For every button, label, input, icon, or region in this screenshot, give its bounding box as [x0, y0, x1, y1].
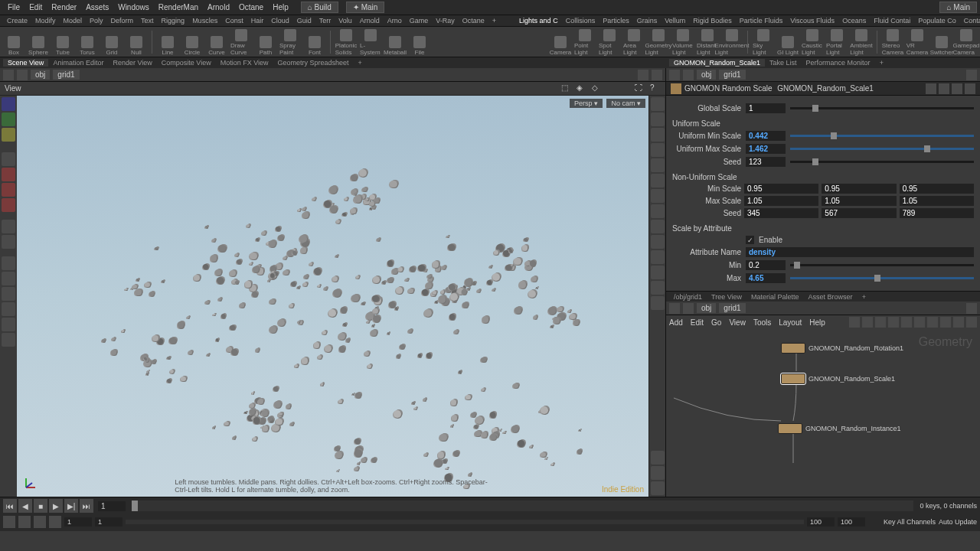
useed-field[interactable]: 123	[746, 157, 786, 167]
arrow-tool[interactable]	[2, 152, 15, 166]
viewport[interactable]: Persp ▾ No cam ▾ Left mouse tumbles. Mid…	[17, 96, 648, 497]
attrname-field[interactable]: density	[746, 247, 974, 257]
frame-icon[interactable]	[18, 516, 31, 528]
obj-icon[interactable]	[651, 250, 665, 264]
shelf-tab[interactable]: Modify	[31, 17, 60, 24]
sec-icon[interactable]	[34, 516, 46, 528]
shelf-sphere[interactable]: Sphere	[28, 28, 49, 56]
shelf-tab[interactable]: Vellum	[661, 17, 689, 24]
shop-tool[interactable]	[2, 333, 15, 347]
vex-tool[interactable]	[2, 272, 15, 285]
menu-renderman[interactable]: RenderMan	[154, 3, 203, 11]
umin-field[interactable]: 0.442	[746, 131, 786, 141]
persp-selector[interactable]: Persp ▾	[570, 99, 603, 108]
tab-take-list[interactable]: Take List	[765, 59, 802, 67]
guide-icon[interactable]	[651, 266, 665, 279]
shelf-camera[interactable]: Camera	[550, 28, 571, 56]
shelf-tab[interactable]: Populate Co	[914, 17, 960, 24]
global-end-field[interactable]: 100	[838, 517, 865, 527]
nseed-x-field[interactable]: 345	[744, 208, 818, 218]
amin-slider[interactable]	[790, 264, 974, 266]
menu-arnold[interactable]: Arnold	[203, 3, 234, 11]
ng-tab-add[interactable]: +	[858, 293, 871, 301]
shelf-platonic[interactable]: Platonic Solids	[335, 28, 357, 56]
shelf-tab[interactable]: Poly	[86, 17, 107, 24]
pin-icon[interactable]	[966, 70, 977, 80]
lock-icon[interactable]	[651, 112, 665, 126]
tab-anim-editor[interactable]: Animation Editor	[48, 59, 108, 67]
shelf-tab[interactable]: Deform	[107, 17, 138, 24]
nseed-y-field[interactable]: 567	[822, 208, 896, 218]
amin-field[interactable]: 0.2	[746, 260, 786, 270]
gamma-icon[interactable]	[651, 451, 665, 465]
ng-menu-edit[interactable]: Edit	[691, 318, 704, 327]
menu-windows[interactable]: Windows	[113, 3, 154, 11]
global-scale-field[interactable]: 1	[746, 103, 786, 113]
shelf-pointlight[interactable]: Point Light	[574, 28, 596, 56]
auto-update-toggle[interactable]: Auto Update	[939, 518, 977, 526]
lasso-tool[interactable]	[2, 220, 15, 233]
shelf-tab[interactable]: V-Ray	[432, 17, 459, 24]
info-icon[interactable]	[952, 83, 962, 94]
tab-geo-spreadsheet[interactable]: Geometry Spreadsheet	[273, 59, 354, 67]
range-start-field[interactable]: 1	[64, 517, 92, 527]
ng-col1-icon[interactable]	[888, 317, 899, 328]
shelf-tab[interactable]: Rigid Bodies	[689, 17, 736, 24]
tab-composite[interactable]: Composite View	[157, 59, 216, 67]
shelf-tab[interactable]: Rigging	[158, 17, 189, 24]
shelf-tab[interactable]: Volu	[335, 17, 356, 24]
shelf-curve[interactable]: Curve	[206, 28, 227, 56]
shelf-box[interactable]: Box	[3, 28, 24, 56]
nseed-z-field[interactable]: 789	[900, 208, 974, 218]
shelf-vollight[interactable]: Volume Light	[672, 28, 694, 56]
shelf-stereocam[interactable]: Stereo Camera	[882, 28, 903, 56]
global-start-field[interactable]: 1	[95, 517, 122, 527]
shelf-tab[interactable]: Fluid Contai	[870, 17, 914, 24]
ng-list-icon[interactable]	[862, 317, 873, 328]
shelf-envlight[interactable]: Environment Light	[721, 28, 743, 56]
rotate-handle[interactable]	[2, 183, 15, 197]
play-last-button[interactable]: ⏭	[80, 499, 93, 513]
amax-field[interactable]: 4.65	[746, 273, 786, 283]
breadcrumb-obj[interactable]: obj	[31, 70, 50, 80]
brush-tool[interactable]	[2, 235, 15, 249]
play-first-button[interactable]: ⏮	[3, 499, 17, 513]
tab-node-params[interactable]: GNOMON_Random_Scale1	[669, 59, 765, 67]
nmin-x-field[interactable]: 0.95	[744, 184, 818, 194]
shelf-portallight[interactable]: Portal Light	[826, 28, 848, 56]
render-icon[interactable]	[651, 481, 665, 495]
umax-slider[interactable]	[790, 148, 974, 150]
menu-octane[interactable]: Octane	[234, 3, 268, 11]
node-random-rotation[interactable]: GNOMON_Random_Rotation1	[781, 343, 903, 354]
help-icon[interactable]: ?	[650, 83, 661, 94]
global-scale-slider[interactable]	[790, 107, 974, 109]
menu-assets[interactable]: Assets	[81, 3, 113, 11]
shelf-spray[interactable]: Spray Paint	[279, 28, 301, 56]
node-graph[interactable]: Geometry GNOMON_Random_Rotation1 GNOMON_…	[666, 329, 980, 497]
nav-back-icon[interactable]	[669, 303, 680, 314]
shelf-tab[interactable]: Text	[137, 17, 158, 24]
shelf-lsystem[interactable]: L-System	[360, 28, 381, 56]
ng-wire-icon[interactable]	[849, 317, 860, 328]
shelf-gilight[interactable]: GI Light	[777, 28, 799, 56]
nmax-y-field[interactable]: 1.05	[822, 196, 896, 206]
menu-render[interactable]: Render	[47, 3, 81, 11]
range-end-field[interactable]: 100	[807, 517, 835, 527]
tab-perfmon[interactable]: Performance Monitor	[802, 59, 875, 67]
breadcrumb-obj[interactable]: obj	[697, 70, 716, 80]
shelf-null[interactable]: Null	[126, 28, 147, 56]
wireframe-icon[interactable]: ◈	[577, 83, 587, 94]
view-menu[interactable]: View	[5, 84, 21, 93]
menu-edit[interactable]: Edit	[24, 3, 47, 11]
menu-file[interactable]: File	[3, 3, 24, 11]
ng-tab-path[interactable]: /obj/grid1	[669, 293, 707, 301]
desktop-main-selector[interactable]: ⌂ Main	[939, 2, 977, 13]
breadcrumb-node[interactable]: grid1	[719, 303, 745, 313]
timeline-track[interactable]	[132, 500, 913, 511]
shelf-vrcam[interactable]: VR Camera	[906, 28, 928, 56]
node-random-scale[interactable]: GNOMON_Random_Scale1	[781, 373, 895, 384]
shelf-tab[interactable]: Terr	[315, 17, 335, 24]
shelf-switcher[interactable]: Switcher	[931, 28, 952, 56]
tab-add[interactable]: +	[354, 59, 367, 67]
enable-checkbox[interactable]: ✓	[746, 236, 754, 244]
